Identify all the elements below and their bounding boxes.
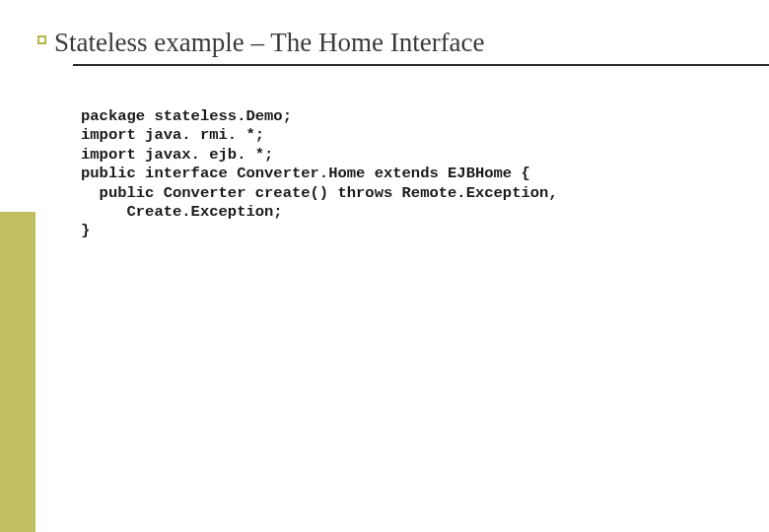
code-line: import javax. ejb. *; bbox=[81, 146, 769, 165]
slide: Stateless example – The Home Interface p… bbox=[0, 0, 769, 532]
code-line: public interface Converter.Home extends … bbox=[81, 165, 769, 183]
code-line: public Converter create() throws Remote.… bbox=[81, 184, 769, 203]
code-line: import java. rmi. *; bbox=[81, 126, 769, 145]
code-line: Create.Exception; bbox=[81, 203, 769, 222]
bullet-icon bbox=[37, 35, 46, 44]
slide-title: Stateless example – The Home Interface bbox=[54, 28, 485, 57]
code-block: package stateless.Demo;import java. rmi.… bbox=[0, 66, 769, 241]
title-area: Stateless example – The Home Interface bbox=[0, 0, 769, 66]
side-accent-block bbox=[0, 212, 35, 532]
code-line: package stateless.Demo; bbox=[81, 107, 769, 126]
code-line: } bbox=[81, 222, 769, 240]
